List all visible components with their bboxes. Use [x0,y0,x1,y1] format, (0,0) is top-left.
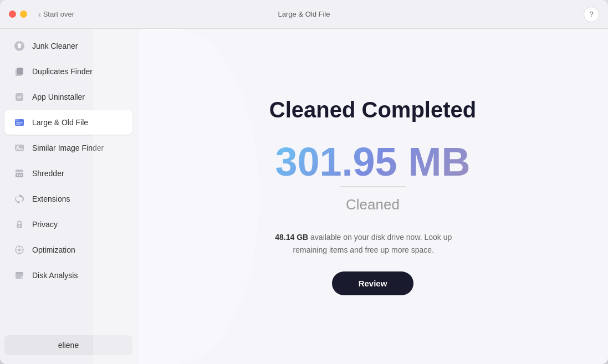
titlebar: ‹ Start over Large & Old File ? [0,0,608,29]
sidebar-item-large-old-file[interactable]: Large & Old File [4,110,132,135]
large-old-file-icon [13,116,25,129]
help-label: ? [589,10,593,18]
start-over-label: Start over [43,10,74,18]
sidebar-item-disk-analysis[interactable]: Disk Analysis [4,263,132,288]
disk-info: 48.14 GB available on your disk drive no… [269,231,458,256]
close-button[interactable] [9,11,16,18]
sidebar-item-junk-cleaner[interactable]: Junk Cleaner [4,34,132,58]
sidebar-item-app-uninstaller[interactable]: App Uninstaller [4,85,132,109]
disk-available: 48.14 GB [275,233,308,242]
svg-rect-7 [16,124,21,125]
sidebar-label-disk-analysis: Disk Analysis [32,271,78,280]
sidebar-label-similar-image-finder: Similar Image Finder [32,143,104,152]
shredder-icon [13,167,25,180]
svg-rect-6 [16,122,23,124]
svg-rect-10 [16,170,23,172]
sidebar-label-duplicates-finder: Duplicates Finder [32,67,93,76]
svg-point-16 [19,225,21,227]
cleaned-amount: 301.95 MB [269,140,476,184]
sidebar-footer: eliene [0,331,137,360]
svg-point-18 [18,249,21,252]
disk-analysis-icon [13,269,25,281]
app-content: Junk Cleaner Duplicates Finder [0,29,608,364]
divider [340,186,406,187]
sidebar-item-similar-image-finder[interactable]: Similar Image Finder [4,136,132,160]
sidebar-item-extensions[interactable]: Extensions [4,187,132,211]
sidebar-item-privacy[interactable]: Privacy [4,212,132,237]
app-uninstaller-icon [13,91,25,103]
extensions-icon [13,193,25,205]
sidebar-label-app-uninstaller: App Uninstaller [32,93,85,101]
svg-rect-13 [19,174,20,176]
chevron-left-icon: ‹ [38,10,41,19]
sidebar-label-junk-cleaner: Junk Cleaner [32,42,78,50]
result-container: Cleaned Completed 301.95 MB Cleaned 48.1… [269,98,476,295]
sidebar: Junk Cleaner Duplicates Finder [0,29,137,364]
start-over-button[interactable]: ‹ Start over [38,10,74,19]
sidebar-item-optimization[interactable]: Optimization [4,238,132,262]
sidebar-label-privacy: Privacy [32,220,58,229]
user-button[interactable]: eliene [4,335,132,355]
sidebar-item-duplicates-finder[interactable]: Duplicates Finder [4,59,132,84]
sidebar-label-optimization: Optimization [32,245,75,254]
duplicates-finder-icon [13,65,25,78]
sidebar-label-large-old-file: Large & Old File [32,118,88,127]
svg-rect-20 [16,272,23,274]
svg-point-21 [22,276,23,278]
minimize-button[interactable] [20,11,27,18]
svg-point-9 [17,146,19,148]
sidebar-label-extensions: Extensions [32,194,70,203]
privacy-icon [13,218,25,230]
svg-rect-2 [17,68,23,75]
svg-rect-8 [15,145,24,151]
sidebar-label-shredder: Shredder [32,169,64,178]
optimization-icon [13,244,25,256]
traffic-lights [9,11,27,18]
app-window: ‹ Start over Large & Old File ? Junk Cle… [0,0,608,364]
result-title: Cleaned Completed [269,98,476,122]
svg-rect-5 [15,119,19,121]
svg-rect-14 [21,174,22,176]
similar-image-finder-icon [13,142,25,154]
review-button[interactable]: Review [332,271,414,295]
sidebar-item-shredder[interactable]: Shredder [4,161,132,186]
main-content: Cleaned Completed 301.95 MB Cleaned 48.1… [137,29,608,364]
junk-cleaner-icon [13,40,25,52]
svg-rect-12 [17,174,18,176]
help-button[interactable]: ? [584,7,599,22]
disk-info-text: available on your disk drive now. Look u… [293,233,452,254]
cleaned-label: Cleaned [269,196,476,213]
page-title: Large & Old File [278,10,330,18]
